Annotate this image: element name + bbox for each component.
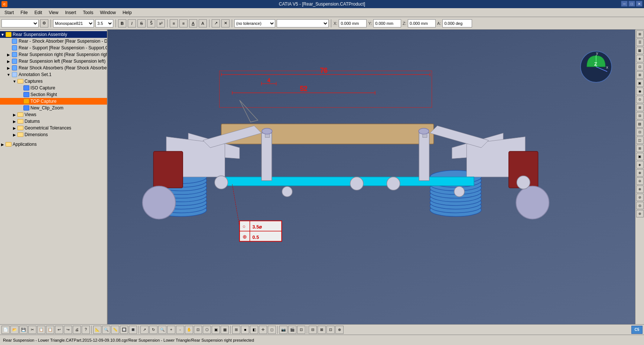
bt-help[interactable]: ? bbox=[82, 326, 90, 334]
rt-btn-13[interactable]: ⊡ bbox=[636, 128, 644, 136]
tree-item-captures[interactable]: ▼ Captures bbox=[0, 78, 107, 85]
menu-start[interactable]: Start bbox=[1, 9, 17, 16]
views-expander[interactable]: ▶ bbox=[12, 113, 17, 117]
strikethrough-btn[interactable]: S bbox=[137, 19, 146, 27]
bt-m4[interactable]: ⊕ bbox=[335, 326, 344, 334]
menu-help[interactable]: Help bbox=[120, 9, 135, 16]
bt-cut[interactable]: ✂ bbox=[28, 326, 36, 334]
tree-item-rear-right[interactable]: ▶ Rear Suspension right (Rear Suspension… bbox=[0, 51, 107, 58]
rt-btn-2[interactable]: ☰ bbox=[636, 39, 644, 46]
bt-zoom-in[interactable]: + bbox=[167, 326, 175, 334]
bt-calculator[interactable]: 📐 bbox=[93, 326, 101, 334]
datums-expander[interactable]: ▶ bbox=[12, 119, 17, 124]
rt-btn-4[interactable]: ◈ bbox=[636, 55, 644, 62]
rt-btn-9[interactable]: ⊙ bbox=[636, 96, 644, 103]
bt-pan[interactable]: ✋ bbox=[185, 326, 193, 334]
bt-paste[interactable]: 📋 bbox=[46, 326, 54, 334]
rt-btn-14[interactable]: ◫ bbox=[636, 137, 644, 144]
tree-item-top-capture[interactable]: TOP Capture bbox=[0, 98, 107, 105]
tree-item-applications[interactable]: ▶ Applications bbox=[0, 141, 107, 148]
underline-btn[interactable]: A bbox=[189, 19, 197, 27]
bt-save[interactable]: 💾 bbox=[19, 326, 27, 334]
bt-iso[interactable]: ⬡ bbox=[203, 326, 211, 334]
bt-copy[interactable]: 📋 bbox=[37, 326, 45, 334]
bt-measure[interactable]: 📏 bbox=[111, 326, 119, 334]
x-coord-input[interactable] bbox=[339, 19, 367, 27]
tree-item-iso[interactable]: ISO Capture bbox=[0, 85, 107, 91]
rt-btn-8[interactable]: ◉ bbox=[636, 88, 644, 95]
bt-plane[interactable]: ◻ bbox=[268, 326, 276, 334]
rt-btn-15[interactable]: ⊞ bbox=[636, 145, 644, 152]
tree-item-dimensions[interactable]: ▶ Dimensions bbox=[0, 131, 107, 138]
bt-obj2[interactable]: 🔳 bbox=[129, 326, 137, 334]
menu-window[interactable]: Window bbox=[97, 9, 119, 16]
bt-open[interactable]: 📂 bbox=[10, 326, 19, 334]
tree-item-annotation[interactable]: ▼ Annotation Set.1 bbox=[0, 71, 107, 78]
text-color-btn[interactable]: A bbox=[199, 19, 207, 27]
tolerance2-select[interactable] bbox=[277, 19, 329, 27]
rt-btn-11[interactable]: ⊟ bbox=[636, 112, 644, 119]
rear-left-expander[interactable]: ▶ bbox=[6, 59, 11, 63]
arrow-btn[interactable]: ↗ bbox=[212, 19, 220, 27]
bt-wire[interactable]: ⊞ bbox=[232, 326, 240, 334]
applications-expander[interactable]: ▶ bbox=[0, 142, 5, 147]
rt-btn-21[interactable]: ⊘ bbox=[636, 194, 644, 201]
rt-btn-20[interactable]: ⊗ bbox=[636, 185, 644, 193]
captures-expander[interactable]: ▼ bbox=[12, 79, 17, 83]
bt-edge[interactable]: ◧ bbox=[250, 326, 258, 334]
bt-redo[interactable]: ↪ bbox=[64, 326, 72, 334]
tree-item-absorbers[interactable]: ▶ Rear Shock Absorbers (Rear Shock Absor… bbox=[0, 65, 107, 71]
align-left-btn[interactable]: ≡ bbox=[170, 19, 178, 27]
tree-item-geo-tol[interactable]: ▶ Geometrical Tolerances bbox=[0, 125, 107, 131]
menu-insert[interactable]: Insert bbox=[62, 9, 79, 16]
tree-item-views[interactable]: ▶ Views bbox=[0, 111, 107, 118]
z-coord-input[interactable] bbox=[408, 19, 436, 27]
rt-btn-16[interactable]: ▣ bbox=[636, 153, 644, 160]
bt-zoom[interactable]: 🔍 bbox=[158, 326, 166, 334]
bt-zoom-out[interactable]: - bbox=[176, 326, 184, 334]
bt-video[interactable]: 🎬 bbox=[288, 326, 296, 334]
menu-file[interactable]: File bbox=[17, 9, 30, 16]
bt-m3[interactable]: ⊡ bbox=[326, 326, 335, 334]
bt-capture[interactable]: 📷 bbox=[279, 326, 287, 334]
align-center-btn[interactable]: ≡ bbox=[179, 19, 188, 27]
bt-obj1[interactable]: 🔲 bbox=[120, 326, 128, 334]
cursor-btn[interactable]: ✕ bbox=[221, 19, 230, 27]
tree-item-shock[interactable]: Rear - Shock Absorber [Rear Suspension -… bbox=[0, 38, 107, 45]
rt-btn-7[interactable]: ▣ bbox=[636, 79, 644, 87]
overline-btn[interactable]: S̄ bbox=[147, 19, 155, 27]
tolerance-select[interactable]: (no tolerance) bbox=[234, 19, 275, 27]
menu-tools[interactable]: Tools bbox=[80, 9, 96, 16]
annotation-expander[interactable]: ▼ bbox=[6, 73, 11, 77]
font-family-select[interactable]: Monospace821 bbox=[53, 19, 94, 27]
bt-print[interactable]: 🖨 bbox=[73, 326, 81, 334]
bt-top[interactable]: ▣ bbox=[212, 326, 220, 334]
tree-item-datums[interactable]: ▶ Datums bbox=[0, 118, 107, 125]
bt-search[interactable]: 🔍 bbox=[102, 326, 110, 334]
bold-btn[interactable]: B bbox=[118, 19, 126, 27]
tree-item-rear-left[interactable]: ▶ Rear Suspension left (Rear Suspension … bbox=[0, 58, 107, 65]
rt-btn-3[interactable]: ▦ bbox=[636, 47, 644, 54]
rt-btn-5[interactable]: ⊡ bbox=[636, 63, 644, 70]
geo-tol-expander[interactable]: ▶ bbox=[12, 126, 17, 130]
bt-snap[interactable]: ⊡ bbox=[297, 326, 305, 334]
tree-item-section-right[interactable]: Section Right bbox=[0, 91, 107, 98]
rt-btn-6[interactable]: ⊞ bbox=[636, 71, 644, 79]
bt-new[interactable]: 📄 bbox=[1, 326, 10, 334]
tree-item-root[interactable]: ▼ Rear Suspension Assembly bbox=[0, 31, 107, 38]
menu-edit[interactable]: Edit bbox=[32, 9, 45, 16]
minimize-btn[interactable]: ─ bbox=[621, 1, 628, 7]
workspace-select[interactable] bbox=[1, 19, 39, 27]
bt-arrow[interactable]: ↗ bbox=[140, 326, 149, 334]
font-size-select[interactable]: 3.5 bbox=[95, 19, 113, 27]
rt-btn-17[interactable]: ◈ bbox=[636, 161, 644, 168]
bt-undo[interactable]: ↩ bbox=[55, 326, 63, 334]
rt-btn-12[interactable]: ▧ bbox=[636, 120, 644, 128]
root-expander[interactable]: ▼ bbox=[0, 33, 5, 37]
bt-m1[interactable]: ⊟ bbox=[309, 326, 317, 334]
rt-btn-22[interactable]: ◎ bbox=[636, 202, 644, 209]
window-controls[interactable]: ─ □ ✕ bbox=[621, 1, 643, 7]
rt-btn-19[interactable]: ⊖ bbox=[636, 177, 644, 185]
tree-item-clip-zoom[interactable]: New_Clip_Zoom bbox=[0, 105, 107, 111]
bt-m2[interactable]: ⊠ bbox=[318, 326, 326, 334]
